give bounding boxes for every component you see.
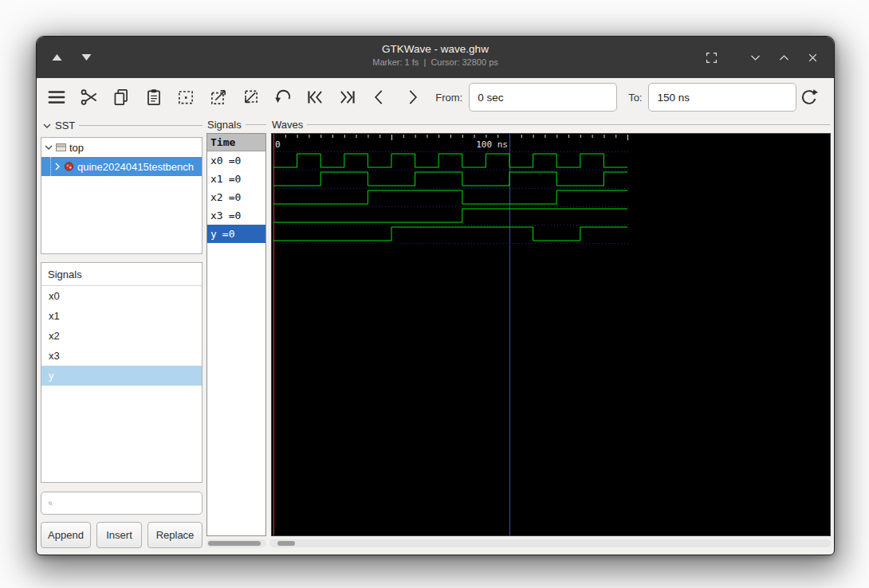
fit-corners-icon [704,50,719,65]
signal-search-list: Signals x0 x1 x2 x3 y [41,262,203,483]
triangle-down-icon [81,53,92,62]
zoom-fit-icon [175,87,196,108]
copy-icon [111,87,132,108]
wave-trace-x2 [273,190,627,204]
name-panel-hscrollbar[interactable] [206,539,266,547]
gtkwave-window: GTKWave - wave.ghw Marker: 1 fs | Cursor… [36,36,835,555]
menu-button[interactable] [45,83,69,112]
titlebar-arrow-down-button[interactable] [79,51,94,64]
skip-to-start-icon [305,87,325,108]
signal-value: =0 [229,210,242,221]
wave-canvas[interactable]: 0 100 ns [271,133,831,536]
wave-trace-y [273,227,627,241]
reload-button[interactable] [796,83,821,112]
expander-down-icon [43,123,51,129]
paste-icon [144,87,164,108]
triangle-up-icon [51,53,63,62]
zoom-out-icon [240,87,261,108]
signal-value: =0 [222,228,235,240]
scissors-icon [79,87,100,108]
tree-node-label: quine20240415testbench [77,161,194,173]
copy-button[interactable] [109,83,134,112]
close-icon [806,51,820,65]
sst-node-top[interactable]: top [41,138,202,157]
to-input[interactable] [648,83,796,112]
edge-first-button[interactable] [303,83,328,112]
time-header[interactable]: Time [207,134,265,151]
scope-icon [56,143,66,152]
expander-right-icon [54,163,61,171]
reload-icon [798,87,820,108]
titlebar[interactable]: GTKWave - wave.ghw Marker: 1 fs | Cursor… [37,37,834,78]
signal-name-panel: Time x0=0 x1=0 x2=0 x3=0 y=0 [206,133,266,536]
from-label: From: [435,92,462,104]
zoom-in-button[interactable] [206,83,231,112]
append-button[interactable]: Append [41,522,91,548]
signal-value: =0 [229,155,242,167]
signal-list-item-x0[interactable]: x0 [41,286,202,306]
chevron-up-icon [777,51,791,65]
scrollbar-thumb[interactable] [208,541,261,546]
waves-header: Waves [272,119,830,131]
chevron-left-icon [369,87,390,108]
wave-trace-x1 [273,172,627,186]
signal-row-x0[interactable]: x0=0 [207,151,265,170]
signal-row-x1[interactable]: x1=0 [207,170,265,188]
hamburger-icon [45,87,68,108]
signal-list-item-x3[interactable]: x3 [41,346,202,366]
signal-row-y[interactable]: y=0 [207,225,265,243]
edge-next-button[interactable] [400,83,425,112]
signal-value: =0 [229,173,242,185]
waves-hscrollbar[interactable] [269,539,831,547]
tick-label-0: 0 [275,139,281,150]
signals-list-header: Signals [41,263,202,286]
chevron-right-icon [402,87,423,108]
wave-svg: 0 100 ns [272,134,830,535]
titlebar-close-button[interactable] [804,49,821,66]
titlebar-fit-button[interactable] [702,49,721,67]
window-title: GTKWave - wave.ghw [132,43,738,55]
search-icon [48,497,53,510]
signal-search[interactable] [41,492,203,515]
tick-label-100ns: 100 ns [476,139,508,150]
zoom-in-icon [208,87,229,108]
zoom-undo-button[interactable] [271,83,296,112]
tree-guide-line [50,157,51,176]
zoom-fit-button[interactable] [174,83,199,112]
cut-button[interactable] [77,83,102,112]
titlebar-minimize-button[interactable] [747,49,764,66]
zoom-out-button[interactable] [238,83,263,112]
chevron-down-icon [749,51,762,65]
signal-list-item-x1[interactable]: x1 [41,306,202,326]
name-panel-header: Signals [207,119,266,131]
expander-down-icon [45,144,53,151]
sst-tree: top quine20240415testbench [41,137,203,254]
signal-list-item-y[interactable]: y [41,366,202,386]
search-input[interactable] [58,496,202,510]
wave-trace-x0 [273,154,627,167]
titlebar-maximize-button[interactable] [776,49,792,66]
sst-header[interactable]: SST [43,120,203,131]
to-label: To: [628,92,642,104]
wave-trace-x3 [273,209,627,222]
signal-row-x2[interactable]: x2=0 [207,188,265,206]
titlebar-arrow-up-button[interactable] [49,51,65,64]
tree-node-label: top [69,142,84,154]
paste-button[interactable] [142,83,167,112]
signal-value: =0 [229,191,242,203]
signal-row-x3[interactable]: x3=0 [207,206,265,225]
insert-button[interactable]: Insert [96,522,142,548]
toolbar: From: To: [37,78,834,116]
edge-prev-button[interactable] [368,83,392,112]
undo-arrow-icon [273,87,293,108]
sst-node-testbench[interactable]: quine20240415testbench [41,157,202,176]
replace-button[interactable]: Replace [147,522,203,548]
marker-cursor-status: Marker: 1 fs | Cursor: 32800 ps [132,57,738,67]
signal-list-item-x2[interactable]: x2 [41,326,202,346]
from-input[interactable] [469,83,617,112]
module-icon [64,162,74,171]
edge-last-button[interactable] [336,83,360,112]
skip-to-end-icon [337,87,358,108]
scrollbar-thumb[interactable] [277,541,295,546]
